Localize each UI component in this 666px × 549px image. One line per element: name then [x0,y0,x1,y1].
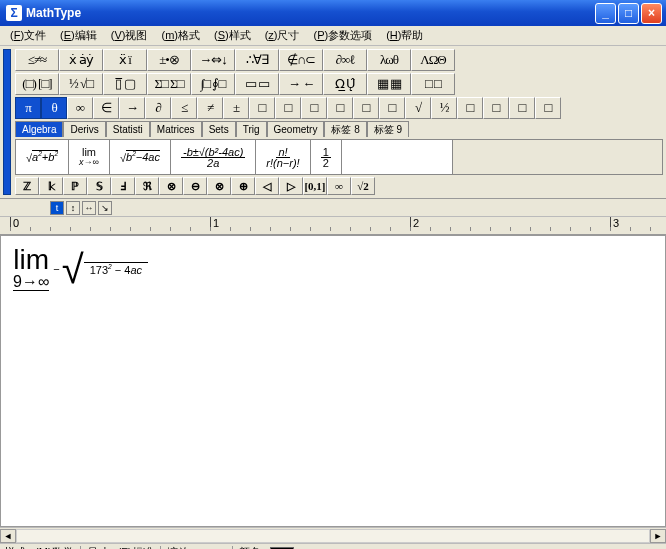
template-5[interactable]: 12 [311,140,342,174]
tool-icon[interactable]: t [50,201,64,215]
mini-symbol-button[interactable]: ℤ [15,177,39,195]
palette-button[interactable]: ≤≠≈ [15,49,59,71]
mini-symbol-button[interactable]: √2 [351,177,375,195]
mini-symbol-button[interactable]: 𝕜 [39,177,63,195]
tab-标签 9[interactable]: 标签 9 [367,121,409,137]
palette-button[interactable]: ∉∩⊂ [279,49,323,71]
symbol-button[interactable]: □ [353,97,379,119]
template-1[interactable]: limx→∞ [69,140,110,174]
palette-button[interactable]: Σ□ Σ□ [147,73,191,95]
tab-sets[interactable]: Sets [202,121,236,137]
mini-symbol-button[interactable]: ∞ [327,177,351,195]
menu-格式[interactable]: (m)格式 [155,27,206,44]
horizontal-scrollbar[interactable]: ◄ ► [0,527,666,543]
tab-matrices[interactable]: Matrices [150,121,202,137]
mini-symbol-button[interactable]: [0,1] [303,177,327,195]
palette-button[interactable]: →⇔↓ [191,49,235,71]
palette-button[interactable]: ½ √□ [59,73,103,95]
tab-trig[interactable]: Trig [236,121,267,137]
palette-button[interactable]: → ← [279,73,323,95]
palette-button[interactable]: ▯̅ ▢ [103,73,147,95]
symbol-button[interactable]: □ [379,97,405,119]
tab-derivs[interactable]: Derivs [63,121,105,137]
tab-statisti[interactable]: Statisti [106,121,150,137]
menu-帮助[interactable]: (H)帮助 [380,27,429,44]
tab-geometry[interactable]: Geometry [267,121,325,137]
symbol-button[interactable]: θ [41,97,67,119]
tab-algebra[interactable]: Algebra [15,121,63,137]
symbol-button[interactable]: □ [535,97,561,119]
symbol-button[interactable]: □ [275,97,301,119]
mini-symbol-button[interactable]: ℜ [135,177,159,195]
symbol-button[interactable]: ∞ [67,97,93,119]
symbol-button[interactable]: → [119,97,145,119]
palette-button[interactable]: λωθ [367,49,411,71]
mini-symbol-button[interactable]: ⊕ [231,177,255,195]
menu-编辑[interactable]: (E)编辑 [54,27,103,44]
symbol-button[interactable]: □ [301,97,327,119]
close-button[interactable]: × [641,3,662,24]
palette-button[interactable]: □ □ [411,73,455,95]
maximize-button[interactable]: □ [618,3,639,24]
palette-button[interactable]: ∫□ ∮□ [191,73,235,95]
minimize-button[interactable]: _ [595,3,616,24]
ruler-minor-tick [570,227,571,231]
palette-button[interactable]: ±•⊗ [147,49,191,71]
menu-尺寸[interactable]: (z)尺寸 [259,27,306,44]
toolbar-grip[interactable] [3,49,11,195]
palette-button[interactable]: ẋ ȧẏ [59,49,103,71]
palette-button[interactable]: ∂∞ℓ [323,49,367,71]
tool-icon[interactable]: ↕ [66,201,80,215]
editor-canvas[interactable]: lim 9→∞ − √ 1732 − 4ac [0,235,666,527]
mini-symbol-button[interactable]: ⊖ [183,177,207,195]
menu-样式[interactable]: (S)样式 [208,27,257,44]
symbol-button[interactable]: □ [483,97,509,119]
ruler-minor-tick [590,227,591,231]
scroll-right-button[interactable]: ► [650,529,666,543]
palette-button[interactable]: ∴∀∃ [235,49,279,71]
symbol-button[interactable]: π [15,97,41,119]
tool-icon[interactable]: ↘ [98,201,112,215]
palette-button[interactable]: ▭ ▭ [235,73,279,95]
mini-symbol-button[interactable]: ⊗ [207,177,231,195]
symbol-button[interactable]: ≤ [171,97,197,119]
template-0[interactable]: √a2+b2 [16,140,69,174]
symbol-button[interactable]: □ [457,97,483,119]
symbol-button[interactable]: √ [405,97,431,119]
tab-标签 8[interactable]: 标签 8 [324,121,366,137]
mini-symbol-button[interactable]: 𝕊 [87,177,111,195]
palette-button[interactable]: Ω̲ Ų̂ [323,73,367,95]
ruler-minor-tick [50,227,51,231]
menu-文件[interactable]: (F)文件 [4,27,52,44]
symbol-button[interactable]: □ [327,97,353,119]
symbol-button[interactable]: ± [223,97,249,119]
scroll-track[interactable] [16,529,650,543]
ruler-minor-tick [370,227,371,231]
menu-视图[interactable]: (V)视图 [105,27,154,44]
ruler-major-tick: 1 [210,217,219,231]
mini-symbol-button[interactable]: ⊗ [159,177,183,195]
palette-button[interactable]: (□) [□] [15,73,59,95]
ruler[interactable]: 0123 [0,217,666,235]
palette-button[interactable]: ẍ ï [103,49,147,71]
palette-button[interactable]: ΛΩΘ [411,49,455,71]
template-2[interactable]: √b2−4ac [110,140,171,174]
symbol-button[interactable]: ∈ [93,97,119,119]
symbol-button[interactable]: ∂ [145,97,171,119]
ruler-minor-tick [430,227,431,231]
menu-参数选项[interactable]: (P)参数选项 [308,27,379,44]
mini-symbol-button[interactable]: ◁ [255,177,279,195]
symbol-button[interactable]: □ [509,97,535,119]
symbol-button[interactable]: ≠ [197,97,223,119]
mini-symbol-button[interactable]: Ⅎ [111,177,135,195]
symbol-button[interactable]: □ [249,97,275,119]
template-4[interactable]: n!r!(n−r)! [256,140,310,174]
template-6[interactable] [342,140,453,174]
tool-icon[interactable]: ↔ [82,201,96,215]
template-3[interactable]: -b±√(b²-4ac)2a [171,140,256,174]
symbol-button[interactable]: ½ [431,97,457,119]
mini-symbol-button[interactable]: ℙ [63,177,87,195]
scroll-left-button[interactable]: ◄ [0,529,16,543]
mini-symbol-button[interactable]: ▷ [279,177,303,195]
palette-button[interactable]: ▦ ▦ [367,73,411,95]
